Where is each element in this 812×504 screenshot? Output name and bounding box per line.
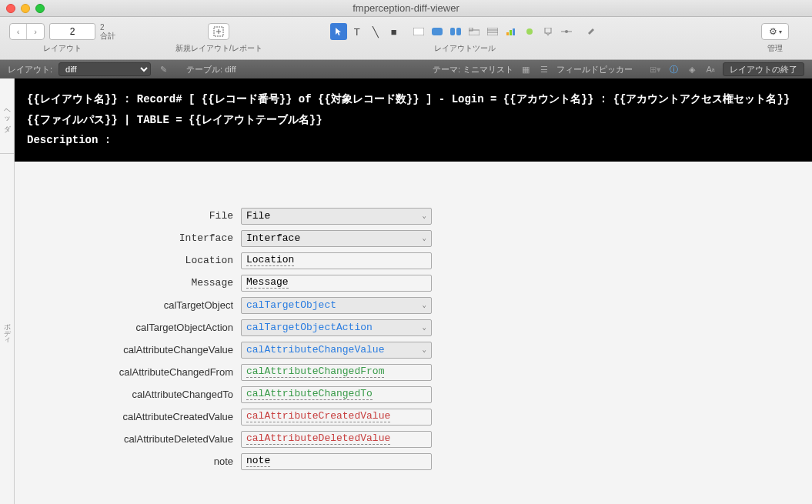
layout-label: レイアウト (43, 43, 82, 54)
svg-point-15 (526, 28, 533, 35)
chart-tool[interactable] (503, 23, 520, 40)
field-label[interactable]: Interface (15, 232, 241, 244)
theme-icon[interactable]: ▦ (520, 63, 532, 75)
field-label[interactable]: calAttributeDeletedValue (15, 433, 241, 445)
nav-buttons: ‹ › (9, 23, 45, 40)
buttonbar-tool[interactable] (447, 23, 464, 40)
header-part[interactable]: {{レイアウト名}} : Record# [ {{レコード番号}} of {{対… (15, 78, 812, 162)
field-label[interactable]: calAttributeCreatedValue (15, 411, 241, 422)
popover-tool[interactable] (540, 23, 556, 40)
line-tool[interactable]: ╲ (367, 23, 384, 40)
gear-icon: ⚙ (769, 26, 777, 37)
field-object[interactable]: calAttributeChangedTo (241, 386, 432, 403)
chevron-down-icon: ⌄ (423, 345, 426, 354)
field-label[interactable]: calTargetObject (15, 299, 241, 311)
svg-rect-5 (450, 28, 455, 35)
manage-button[interactable]: ⚙▾ (761, 23, 789, 40)
field-label[interactable]: note (15, 456, 241, 467)
field-label[interactable]: calAttributeChangedTo (15, 389, 241, 400)
svg-rect-13 (510, 30, 512, 35)
chevron-down-icon: ⌄ (423, 301, 426, 309)
prev-button[interactable]: ‹ (10, 24, 27, 39)
next-button[interactable]: › (27, 24, 44, 39)
layout-subbar: レイアウト: diff ✎ テーブル: diff テーマ: ミニマリスト ▦ ☰… (0, 60, 812, 78)
field-object[interactable]: calTargetObject⌄ (241, 297, 432, 314)
header-line-3[interactable]: Description : (27, 130, 800, 151)
tab-tool[interactable] (466, 23, 483, 40)
info-icon[interactable]: ⓘ (667, 63, 680, 75)
layout-selector[interactable]: diff (58, 62, 151, 76)
total-label: 合計 (100, 32, 115, 40)
field-object[interactable]: calAttributeChangeValue⌄ (241, 342, 432, 359)
exit-layout-button[interactable]: レイアウトの終了 (723, 62, 804, 76)
tool-row: T ╲ ■ (330, 23, 600, 40)
field-object[interactable]: calAttributeChangedFrom (241, 364, 432, 381)
field-label[interactable]: calAttributeChangeValue (15, 344, 241, 355)
form-row: calAttributeChangedTocalAttributeChanged… (15, 386, 812, 403)
svg-point-18 (565, 30, 568, 33)
field-label[interactable]: Message (15, 277, 241, 289)
field-object[interactable]: calAttributeDeletedValue (241, 431, 432, 448)
layout-selector-label: レイアウト: (8, 64, 52, 75)
header-gutter[interactable]: ヘッダ (0, 78, 14, 154)
pointer-tool[interactable] (330, 23, 347, 40)
form-row: calAttributeChangeValuecalAttributeChang… (15, 342, 812, 359)
layers-icon[interactable]: ◈ (686, 63, 698, 75)
text-style-icon[interactable]: Aa (704, 63, 717, 75)
field-object[interactable]: calTargetObjectAction⌄ (241, 319, 432, 336)
format-painter-tool[interactable] (583, 23, 600, 40)
form-row: LocationLocation (15, 252, 812, 269)
body-gutter[interactable]: ボディ (0, 154, 14, 504)
table-label: テーブル: diff (186, 64, 236, 75)
portal-tool[interactable] (484, 23, 501, 40)
layout-canvas[interactable]: {{レイアウト名}} : Record# [ {{レコード番号}} of {{対… (15, 78, 812, 504)
field-object[interactable]: Interface⌄ (241, 230, 432, 247)
field-object[interactable]: File⌄ (241, 208, 432, 225)
titlebar: fmperception-diff-viewer (0, 0, 812, 17)
main-area: ヘッダ ボディ {{レイアウト名}} : Record# [ {{レコード番号}… (0, 78, 812, 504)
form-row: notenote (15, 453, 812, 470)
theme-label: テーマ: ミニマリスト (433, 64, 513, 75)
webviewer-tool[interactable] (521, 23, 538, 40)
add-layout-icon (213, 26, 224, 37)
field-tool[interactable] (410, 23, 427, 40)
layout-tools-group: T ╲ ■ レイアウトツール (330, 23, 600, 54)
field-object[interactable]: calAttributeCreatedValue (241, 409, 432, 426)
field-object[interactable]: note (241, 453, 432, 470)
field-label[interactable]: calAttributeChangedFrom (15, 366, 241, 378)
field-label[interactable]: File (15, 210, 241, 222)
svg-rect-6 (456, 28, 461, 35)
field-label[interactable]: Location (15, 255, 241, 266)
slider-tool[interactable] (558, 23, 575, 40)
manage-label: 管理 (767, 43, 783, 54)
form-row: MessageMessage (15, 275, 812, 292)
toolbar: ‹ › 2 合計 レイアウト 新規レイアウト/レポート T ╲ ■ (0, 17, 812, 60)
pencil-icon[interactable]: ✎ (157, 63, 169, 75)
field-object[interactable]: Message (241, 275, 432, 292)
svg-rect-9 (487, 28, 498, 35)
layout-total: 2 (100, 23, 115, 32)
field-object[interactable]: Location (241, 252, 432, 269)
form-row: calAttributeDeletedValuecalAttributeDele… (15, 431, 812, 448)
layout-number-input[interactable] (49, 23, 95, 40)
button-tool[interactable] (429, 23, 446, 40)
field-label[interactable]: calTargetObjectAction (15, 322, 241, 333)
form-row: calAttributeChangedFromcalAttributeChang… (15, 364, 812, 381)
new-layout-label: 新規レイアウト/レポート (175, 43, 262, 54)
body-part[interactable]: FileFile⌄InterfaceInterface⌄LocationLoca… (15, 162, 812, 504)
form-row: FileFile⌄ (15, 208, 812, 225)
part-gutter: ヘッダ ボディ (0, 78, 15, 504)
text-tool[interactable]: T (349, 23, 366, 40)
header-line-2[interactable]: {{ファイルパス}} | TABLE = {{レイアウトテーブル名}} (27, 110, 800, 131)
new-layout-button[interactable] (208, 23, 229, 40)
field-picker-label[interactable]: フィールドピッカー (556, 64, 633, 75)
svg-rect-12 (506, 32, 509, 35)
window-title: fmperception-diff-viewer (0, 2, 812, 14)
chevron-down-icon: ⌄ (423, 234, 426, 242)
new-layout-group: 新規レイアウト/レポート (175, 23, 262, 54)
list-icon[interactable]: ☰ (538, 63, 550, 75)
rect-tool[interactable]: ■ (386, 23, 403, 40)
header-line-1[interactable]: {{レイアウト名}} : Record# [ {{レコード番号}} of {{対… (27, 89, 800, 110)
tools-label: レイアウトツール (434, 43, 496, 54)
chevron-down-icon: ⌄ (423, 323, 426, 332)
